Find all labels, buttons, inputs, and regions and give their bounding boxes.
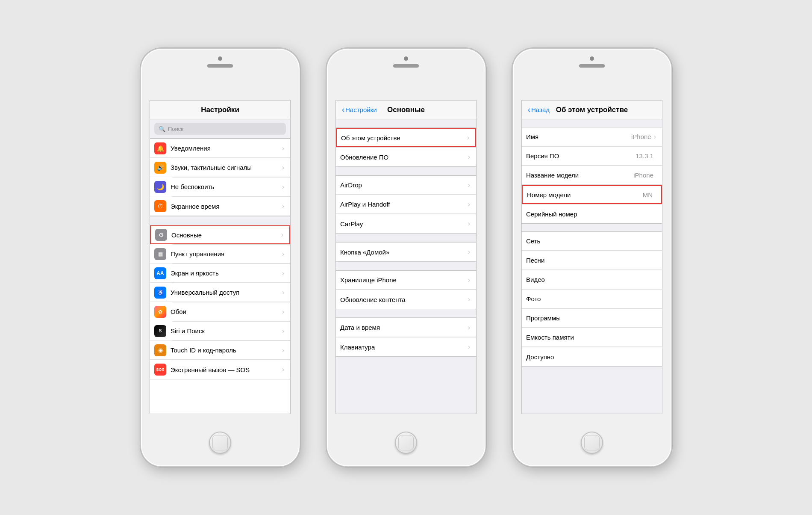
update-label: Обновление ПО xyxy=(340,154,468,161)
settings-item-dnd[interactable]: 🌙 Не беспокоить › xyxy=(150,178,290,196)
control-label: Пункт управления xyxy=(171,250,282,258)
general-label: Основные xyxy=(171,231,281,239)
front-camera-2 xyxy=(404,56,408,61)
siri-chevron: › xyxy=(282,327,284,335)
about-item-name[interactable]: Имя iPhone › xyxy=(522,127,662,146)
settings-item-sounds[interactable]: 🔊 Звуки, тактильные сигналы › xyxy=(150,158,290,177)
sos-chevron: › xyxy=(282,366,284,373)
touchid-label: Touch ID и код-пароль xyxy=(171,346,282,354)
settings-item-general[interactable]: ⚙ Основные › xyxy=(150,225,290,244)
sos-icon: SOS xyxy=(154,364,166,376)
wallpaper-label: Обои xyxy=(171,308,282,315)
front-camera-1 xyxy=(218,56,222,61)
about-item-video: Видео xyxy=(522,270,662,289)
bgrefresh-chevron: › xyxy=(468,296,470,303)
notifications-icon: 🔔 xyxy=(154,142,166,154)
phone-screen-3: ‹ Назад Об этом устройстве Имя iPhone › … xyxy=(521,100,662,414)
keyboard-chevron: › xyxy=(468,343,470,351)
home-button-3[interactable] xyxy=(581,432,603,454)
sos-label: Экстренный вызов — SOS xyxy=(171,366,282,373)
about-capacity-label: Емкость памяти xyxy=(526,334,656,341)
phone-bottom-1 xyxy=(141,419,300,466)
phone-top-1 xyxy=(141,49,300,100)
about-version-value: 13.3.1 xyxy=(635,152,653,160)
display-chevron: › xyxy=(282,269,284,277)
phone-1: Настройки 🔍 Поиск 🔔 Уведомления › xyxy=(140,48,300,467)
settings-item-keyboard[interactable]: Клавиатура › xyxy=(336,337,476,356)
settings-item-display[interactable]: AA Экран и яркость › xyxy=(150,264,290,283)
about-item-available: Доступно xyxy=(522,347,662,366)
about-photos-label: Фото xyxy=(526,295,656,302)
phone-bottom-2 xyxy=(327,419,485,466)
bgrefresh-label: Обновление контента xyxy=(340,296,468,303)
about-video-label: Видео xyxy=(526,276,656,283)
settings-item-carplay[interactable]: CarPlay › xyxy=(336,214,476,233)
speaker-1 xyxy=(207,64,233,68)
settings-item-update[interactable]: Обновление ПО › xyxy=(336,148,476,166)
about-item-network: Сеть xyxy=(522,232,662,251)
nav-back-2[interactable]: ‹ Настройки xyxy=(342,105,377,114)
storage-label: Хранилище iPhone xyxy=(340,276,468,284)
settings-item-airplay[interactable]: AirPlay и Handoff › xyxy=(336,195,476,214)
settings-item-notifications[interactable]: 🔔 Уведомления › xyxy=(150,139,290,158)
siri-label: Siri и Поиск xyxy=(171,327,282,334)
settings-item-accessibility[interactable]: ♿ Универсальный доступ › xyxy=(150,283,290,302)
touchid-chevron: › xyxy=(282,346,284,354)
phone-screen-2: ‹ Настройки Основные Об этом устройстве … xyxy=(335,100,477,414)
settings-item-sos[interactable]: SOS Экстренный вызов — SOS › xyxy=(150,360,290,379)
about-name-chevron: › xyxy=(654,133,656,141)
notifications-chevron: › xyxy=(282,145,284,152)
settings-item-wallpaper[interactable]: ✿ Обои › xyxy=(150,302,290,321)
about-label: Об этом устройстве xyxy=(341,134,467,142)
storage-chevron: › xyxy=(468,276,470,284)
carplay-chevron: › xyxy=(468,220,470,228)
search-bar-1[interactable]: 🔍 Поиск xyxy=(154,123,286,135)
general-icon: ⚙ xyxy=(155,229,167,241)
dnd-icon: 🌙 xyxy=(154,181,166,193)
display-label: Экран и яркость xyxy=(171,269,282,277)
about-item-photos: Фото xyxy=(522,290,662,308)
control-icon: ▦ xyxy=(154,248,166,260)
airplay-label: AirPlay и Handoff xyxy=(340,201,468,208)
about-apps-label: Программы xyxy=(526,314,656,322)
phones-container: Настройки 🔍 Поиск 🔔 Уведомления › xyxy=(123,31,689,484)
about-modelname-value: iPhone xyxy=(633,172,653,179)
about-item-apps: Программы xyxy=(522,309,662,328)
nav-title-3: Об этом устройстве xyxy=(556,106,628,114)
about-item-modelname: Название модели iPhone xyxy=(522,166,662,185)
sounds-label: Звуки, тактильные сигналы xyxy=(171,164,282,171)
settings-item-touchid[interactable]: ◉ Touch ID и код-пароль › xyxy=(150,341,290,360)
nav-title-1: Настройки xyxy=(201,106,239,114)
settings-item-about[interactable]: Об этом устройстве › xyxy=(336,128,476,147)
nav-title-2: Основные xyxy=(387,106,425,114)
nav-back-3[interactable]: ‹ Назад xyxy=(528,105,550,114)
settings-item-homebutton[interactable]: Кнопка «Домой» › xyxy=(336,243,476,261)
settings-item-control[interactable]: ▦ Пункт управления › xyxy=(150,245,290,263)
wallpaper-icon: ✿ xyxy=(154,306,166,318)
settings-item-airdrop[interactable]: AirDrop › xyxy=(336,176,476,195)
about-item-capacity: Емкость памяти xyxy=(522,328,662,347)
settings-item-screentime[interactable]: ⏱ Экранное время › xyxy=(150,197,290,216)
phone-top-2 xyxy=(327,49,485,100)
homebutton-label: Кнопка «Домой» xyxy=(340,249,468,256)
notifications-label: Уведомления xyxy=(171,145,282,152)
about-modelnumber-label: Номер модели xyxy=(527,191,643,198)
settings-item-datetime[interactable]: Дата и время › xyxy=(336,318,476,337)
home-button-2[interactable] xyxy=(395,432,417,454)
keyboard-label: Клавиатура xyxy=(340,343,468,351)
settings-item-siri[interactable]: S Siri и Поиск › xyxy=(150,322,290,340)
about-item-serial: Серийный номер xyxy=(522,204,662,223)
about-item-modelnumber[interactable]: Номер модели MN xyxy=(522,185,662,204)
home-button-1[interactable] xyxy=(209,432,231,454)
airdrop-chevron: › xyxy=(468,181,470,189)
phone-2: ‹ Настройки Основные Об этом устройстве … xyxy=(326,48,486,467)
homebutton-chevron: › xyxy=(468,248,470,256)
settings-item-storage[interactable]: Хранилище iPhone › xyxy=(336,271,476,290)
sounds-icon: 🔊 xyxy=(154,162,166,174)
speaker-2 xyxy=(393,64,419,68)
settings-item-bgrefresh[interactable]: Обновление контента › xyxy=(336,290,476,309)
datetime-chevron: › xyxy=(468,324,470,331)
about-serial-label: Серийный номер xyxy=(526,210,656,218)
home-button-inner-1 xyxy=(212,435,228,450)
front-camera-3 xyxy=(590,56,594,61)
